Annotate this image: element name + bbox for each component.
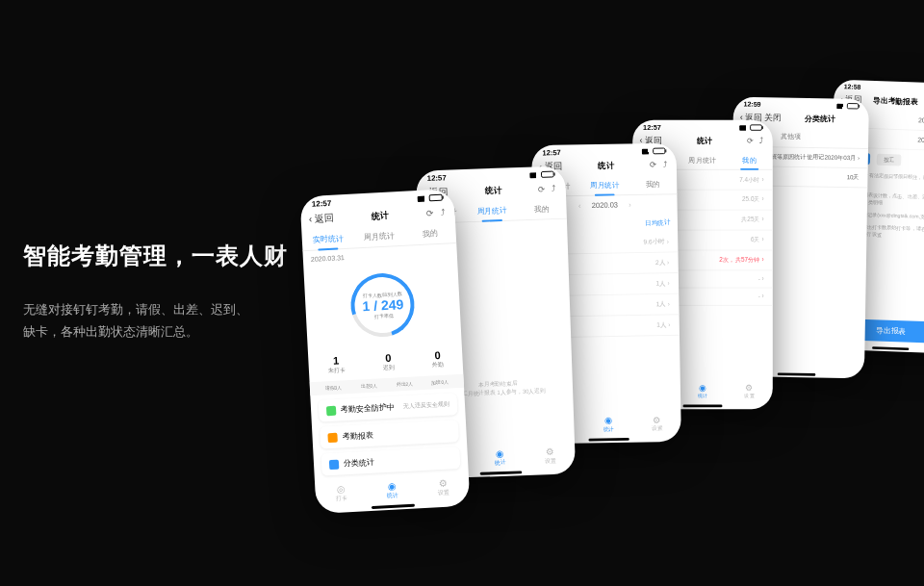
date-picker[interactable]: 2020.03.31 — [311, 254, 345, 263]
tab-month[interactable]: 周月统计 — [353, 225, 405, 248]
attendance-ring: 打卡人数/应到人数 1 / 249 打卡率低 — [303, 260, 461, 350]
chip-leave[interactable]: 请假3人 — [324, 384, 342, 391]
nav-clock[interactable]: ◎打卡 — [335, 483, 347, 503]
chip-trip[interactable]: 出差0人 — [360, 382, 377, 389]
chip-out[interactable]: 外出2人 — [396, 381, 413, 388]
card-safety[interactable]: 考勤安全防护中 无人违反安全规则 — [319, 393, 458, 422]
hero-subtext-2: 缺卡，各种出勤状态清晰汇总。 — [23, 320, 288, 343]
back-button[interactable]: ‹ 返回 — [308, 212, 334, 226]
card-category[interactable]: 分类统计 — [321, 446, 460, 476]
hero-subtext-1: 无缝对接钉钉考勤，请假、出差、迟到、 — [23, 298, 288, 320]
phone-stack: 12:57 ‹ 返回 统计 ⟳ ⤴ 实时统计 周月统计 我的 2020.03.3… — [308, 19, 924, 558]
card-report[interactable]: 考勤报表 — [320, 420, 459, 449]
category-icon — [329, 459, 340, 470]
subtab-other[interactable]: 其他项 — [781, 127, 801, 147]
phone-realtime-stats: 12:57 ‹ 返回 统计 ⟳ ⤴ 实时统计 周月统计 我的 2020.03.3… — [299, 189, 470, 514]
hero-text: 智能考勤管理，一表人财 无缝对接钉钉考勤，请假、出差、迟到、 缺卡，各种出勤状态… — [23, 241, 288, 344]
nav-action-icons[interactable]: ⟳ ⤴ — [426, 207, 448, 217]
chip-ot[interactable]: 加班0人 — [431, 379, 449, 386]
shield-icon — [326, 405, 337, 416]
tab-realtime[interactable]: 实时统计 — [301, 228, 353, 251]
status-icons — [418, 193, 443, 203]
seg-emp[interactable]: 按工 — [877, 154, 902, 166]
report-icon — [327, 432, 338, 443]
status-time: 12:57 — [312, 199, 332, 209]
nav-setting[interactable]: ⚙设置 — [437, 478, 449, 498]
hero-headline: 智能考勤管理，一表人财 — [23, 241, 288, 271]
nav-title: 统计 — [333, 207, 426, 224]
nav-stat[interactable]: ◉统计 — [386, 481, 398, 501]
ring-ratio: 1 / 249 — [362, 296, 404, 314]
tab-mine[interactable]: 我的 — [404, 222, 456, 245]
